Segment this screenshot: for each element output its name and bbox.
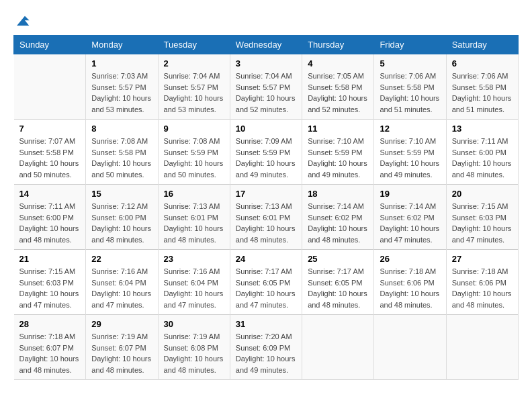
- day-number: 16: [164, 189, 224, 199]
- column-header-friday: Friday: [374, 36, 446, 54]
- day-info: Sunrise: 7:18 AMSunset: 6:06 PMDaylight:…: [380, 266, 440, 310]
- calendar-cell: 24Sunrise: 7:17 AMSunset: 6:05 PMDayligh…: [230, 250, 302, 315]
- calendar-cell: 8Sunrise: 7:08 AMSunset: 5:58 PMDaylight…: [86, 120, 158, 185]
- day-number: 19: [380, 189, 440, 199]
- day-number: 29: [91, 319, 152, 329]
- day-info: Sunrise: 7:10 AMSunset: 5:59 PMDaylight:…: [308, 136, 368, 180]
- day-info: Sunrise: 7:17 AMSunset: 6:05 PMDaylight:…: [308, 266, 368, 310]
- calendar-table: SundayMondayTuesdayWednesdayThursdayFrid…: [13, 35, 519, 380]
- day-info: Sunrise: 7:03 AMSunset: 5:57 PMDaylight:…: [91, 71, 152, 115]
- day-number: 27: [452, 254, 513, 264]
- day-number: 1: [91, 58, 152, 68]
- day-number: 31: [236, 319, 296, 329]
- calendar-header-row: SundayMondayTuesdayWednesdayThursdayFrid…: [14, 36, 519, 54]
- day-info: Sunrise: 7:04 AMSunset: 5:57 PMDaylight:…: [164, 71, 224, 115]
- calendar-week-3: 14Sunrise: 7:11 AMSunset: 6:00 PMDayligh…: [14, 185, 519, 250]
- day-info: Sunrise: 7:15 AMSunset: 6:03 PMDaylight:…: [19, 266, 81, 310]
- day-number: 24: [236, 254, 296, 264]
- day-number: 3: [236, 58, 296, 68]
- day-number: 7: [19, 124, 81, 134]
- calendar-cell: 28Sunrise: 7:18 AMSunset: 6:07 PMDayligh…: [14, 315, 86, 380]
- day-info: Sunrise: 7:04 AMSunset: 5:57 PMDaylight:…: [236, 71, 296, 115]
- column-header-thursday: Thursday: [302, 36, 374, 54]
- day-info: Sunrise: 7:12 AMSunset: 6:00 PMDaylight:…: [91, 201, 152, 245]
- day-info: Sunrise: 7:13 AMSunset: 6:01 PMDaylight:…: [164, 201, 224, 245]
- day-number: 18: [308, 189, 368, 199]
- calendar-cell: 21Sunrise: 7:15 AMSunset: 6:03 PMDayligh…: [14, 250, 86, 315]
- calendar-week-2: 7Sunrise: 7:07 AMSunset: 5:58 PMDaylight…: [14, 120, 519, 185]
- calendar-cell: 31Sunrise: 7:20 AMSunset: 6:09 PMDayligh…: [230, 315, 302, 380]
- calendar-body: 1Sunrise: 7:03 AMSunset: 5:57 PMDaylight…: [14, 54, 519, 380]
- calendar-cell: 5Sunrise: 7:06 AMSunset: 5:58 PMDaylight…: [374, 54, 446, 120]
- calendar-cell: 14Sunrise: 7:11 AMSunset: 6:00 PMDayligh…: [14, 185, 86, 250]
- day-number: 22: [91, 254, 152, 264]
- day-number: 20: [452, 189, 513, 199]
- calendar-cell: 11Sunrise: 7:10 AMSunset: 5:59 PMDayligh…: [302, 120, 374, 185]
- calendar-cell: 25Sunrise: 7:17 AMSunset: 6:05 PMDayligh…: [302, 250, 374, 315]
- calendar-cell: 29Sunrise: 7:19 AMSunset: 6:07 PMDayligh…: [86, 315, 158, 380]
- calendar-cell: [374, 315, 446, 380]
- day-info: Sunrise: 7:11 AMSunset: 6:00 PMDaylight:…: [452, 136, 513, 180]
- calendar-cell: 23Sunrise: 7:16 AMSunset: 6:04 PMDayligh…: [158, 250, 230, 315]
- day-number: 28: [19, 319, 81, 329]
- day-number: 15: [91, 189, 152, 199]
- column-header-saturday: Saturday: [446, 36, 518, 54]
- day-number: 9: [164, 124, 224, 134]
- day-number: 12: [380, 124, 440, 134]
- column-header-tuesday: Tuesday: [158, 36, 230, 54]
- calendar-week-4: 21Sunrise: 7:15 AMSunset: 6:03 PMDayligh…: [14, 250, 519, 315]
- calendar-cell: 22Sunrise: 7:16 AMSunset: 6:04 PMDayligh…: [86, 250, 158, 315]
- day-number: 17: [236, 189, 296, 199]
- svg-marker-0: [17, 16, 29, 26]
- day-number: 30: [164, 319, 224, 329]
- logo: [13, 13, 30, 28]
- day-info: Sunrise: 7:11 AMSunset: 6:00 PMDaylight:…: [19, 201, 81, 245]
- day-number: 14: [19, 189, 81, 199]
- calendar-cell: 10Sunrise: 7:09 AMSunset: 5:59 PMDayligh…: [230, 120, 302, 185]
- column-header-sunday: Sunday: [14, 36, 86, 54]
- day-number: 21: [19, 254, 81, 264]
- day-info: Sunrise: 7:08 AMSunset: 5:59 PMDaylight:…: [164, 136, 224, 180]
- calendar-cell: 6Sunrise: 7:06 AMSunset: 5:58 PMDaylight…: [446, 54, 518, 120]
- calendar-cell: 4Sunrise: 7:05 AMSunset: 5:58 PMDaylight…: [302, 54, 374, 120]
- day-info: Sunrise: 7:18 AMSunset: 6:06 PMDaylight:…: [452, 266, 513, 310]
- day-info: Sunrise: 7:19 AMSunset: 6:08 PMDaylight:…: [164, 331, 224, 375]
- calendar-cell: 17Sunrise: 7:13 AMSunset: 6:01 PMDayligh…: [230, 185, 302, 250]
- day-info: Sunrise: 7:08 AMSunset: 5:58 PMDaylight:…: [91, 136, 152, 180]
- calendar-cell: [446, 315, 518, 380]
- day-number: 4: [308, 58, 368, 68]
- calendar-cell: 26Sunrise: 7:18 AMSunset: 6:06 PMDayligh…: [374, 250, 446, 315]
- logo-text: [13, 13, 30, 30]
- day-info: Sunrise: 7:13 AMSunset: 6:01 PMDaylight:…: [236, 201, 296, 245]
- day-info: Sunrise: 7:14 AMSunset: 6:02 PMDaylight:…: [308, 201, 368, 245]
- day-number: 6: [452, 58, 513, 68]
- day-number: 11: [308, 124, 368, 134]
- calendar-cell: 9Sunrise: 7:08 AMSunset: 5:59 PMDaylight…: [158, 120, 230, 185]
- day-number: 5: [380, 58, 440, 68]
- day-info: Sunrise: 7:06 AMSunset: 5:58 PMDaylight:…: [380, 71, 440, 115]
- calendar-cell: 7Sunrise: 7:07 AMSunset: 5:58 PMDaylight…: [14, 120, 86, 185]
- day-info: Sunrise: 7:06 AMSunset: 5:58 PMDaylight:…: [452, 71, 513, 115]
- calendar-cell: 30Sunrise: 7:19 AMSunset: 6:08 PMDayligh…: [158, 315, 230, 380]
- day-info: Sunrise: 7:10 AMSunset: 5:59 PMDaylight:…: [380, 136, 440, 180]
- calendar-cell: [302, 315, 374, 380]
- day-info: Sunrise: 7:18 AMSunset: 6:07 PMDaylight:…: [19, 331, 81, 375]
- page-header: [13, 13, 519, 28]
- calendar-cell: 16Sunrise: 7:13 AMSunset: 6:01 PMDayligh…: [158, 185, 230, 250]
- calendar-week-5: 28Sunrise: 7:18 AMSunset: 6:07 PMDayligh…: [14, 315, 519, 380]
- calendar-cell: [14, 54, 86, 120]
- calendar-cell: 18Sunrise: 7:14 AMSunset: 6:02 PMDayligh…: [302, 185, 374, 250]
- day-info: Sunrise: 7:17 AMSunset: 6:05 PMDaylight:…: [236, 266, 296, 310]
- calendar-week-1: 1Sunrise: 7:03 AMSunset: 5:57 PMDaylight…: [14, 54, 519, 120]
- day-number: 13: [452, 124, 513, 134]
- day-number: 10: [236, 124, 296, 134]
- calendar-cell: 20Sunrise: 7:15 AMSunset: 6:03 PMDayligh…: [446, 185, 518, 250]
- day-number: 25: [308, 254, 368, 264]
- day-info: Sunrise: 7:16 AMSunset: 6:04 PMDaylight:…: [91, 266, 152, 310]
- day-number: 8: [91, 124, 152, 134]
- day-info: Sunrise: 7:07 AMSunset: 5:58 PMDaylight:…: [19, 136, 81, 180]
- calendar-cell: 27Sunrise: 7:18 AMSunset: 6:06 PMDayligh…: [446, 250, 518, 315]
- calendar-cell: 2Sunrise: 7:04 AMSunset: 5:57 PMDaylight…: [158, 54, 230, 120]
- day-number: 26: [380, 254, 440, 264]
- day-info: Sunrise: 7:16 AMSunset: 6:04 PMDaylight:…: [164, 266, 224, 310]
